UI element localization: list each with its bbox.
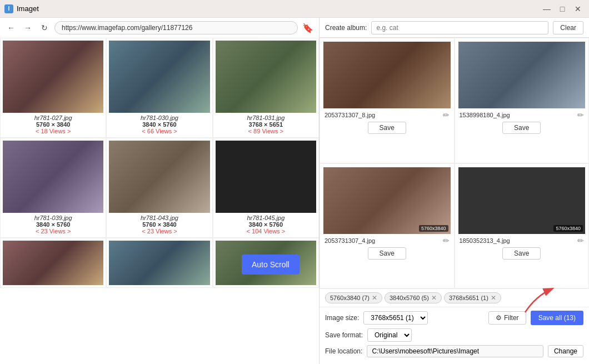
views[interactable]: < 104 Views > xyxy=(217,228,315,235)
image-info: hr781-043.jpg 5760 × 3840 < 23 Views > xyxy=(109,213,209,235)
close-button[interactable]: ✕ xyxy=(571,3,585,14)
maximize-button[interactable]: □ xyxy=(556,3,569,14)
thumbnail[interactable] xyxy=(109,141,209,213)
thumbnail[interactable] xyxy=(109,41,209,113)
thumbnail[interactable] xyxy=(109,241,209,285)
edit-icon[interactable]: ✏ xyxy=(577,236,584,245)
app-icon: I xyxy=(4,4,13,13)
right-filename: 2053731307_4.jpg xyxy=(325,237,375,244)
list-item: hr781-031.jpg 3768 × 5651 < 89 Views > xyxy=(213,38,319,138)
views[interactable]: < 23 Views > xyxy=(4,228,102,235)
dimensions: 3768 × 5651 xyxy=(217,121,315,128)
thumbnail[interactable] xyxy=(3,241,103,285)
right-filename: 2053731307_8.jpg xyxy=(325,112,375,118)
back-button[interactable]: ← xyxy=(4,21,18,34)
list-item: 5760x3840 2053731307_4.jpg ✏ Save xyxy=(320,163,455,289)
album-name-input[interactable] xyxy=(371,21,548,34)
list-item: 2053731307_8.jpg ✏ Save xyxy=(320,38,455,163)
save-button[interactable]: Save xyxy=(368,247,406,260)
list-item: hr781-043.jpg 5760 × 3840 < 23 Views > xyxy=(106,138,212,238)
right-thumbnail[interactable] xyxy=(458,42,586,108)
right-panel: 2053731307_8.jpg ✏ Save 1538998180_4.jpg… xyxy=(320,38,589,364)
filter-button[interactable]: ⚙ Filter xyxy=(488,311,526,325)
dimensions: 3840 × 5760 xyxy=(217,221,315,228)
create-album-label: Create album: xyxy=(325,24,367,32)
right-thumbnail[interactable]: 5760x3840 xyxy=(323,167,451,234)
save-format-select[interactable]: OriginalJPGPNGWEBP xyxy=(367,328,412,342)
image-size-select[interactable]: 5760x3840 (7)3840x5760 (5)3768x5651 (1) xyxy=(363,311,428,325)
filename: hr781-031.jpg xyxy=(217,114,315,121)
list-item: hr781-045.jpg 3840 × 5760 < 104 Views > xyxy=(213,138,319,238)
filename: hr781-039.jpg xyxy=(4,215,102,221)
save-format-row: Save format: OriginalJPGPNGWEBP xyxy=(325,328,583,342)
image-info: hr781-031.jpg 3768 × 5651 < 89 Views > xyxy=(216,113,316,135)
views[interactable]: < 66 Views > xyxy=(110,128,208,134)
save-all-button[interactable]: Save all (13) xyxy=(531,311,583,325)
right-filename: 1850352313_4.jpg xyxy=(460,237,510,244)
edit-icon[interactable]: ✏ xyxy=(443,236,450,245)
list-item xyxy=(106,238,212,288)
list-item: hr781-027.jpg 5760 × 3840 < 18 Views > xyxy=(0,38,106,138)
tag-3840x5760: 3840x5760 (5) ✕ xyxy=(385,292,442,303)
refresh-button[interactable]: ↻ xyxy=(38,21,51,34)
clear-button[interactable]: Clear xyxy=(553,21,583,34)
dimensions: 5760 × 3840 xyxy=(4,121,102,128)
tag-label: 3840x5760 (5) xyxy=(390,295,429,301)
minimize-button[interactable]: — xyxy=(540,3,553,14)
views[interactable]: < 23 Views > xyxy=(110,228,208,235)
dimensions: 3840 × 5760 xyxy=(4,221,102,228)
tag-5760x3840: 5760x3840 (7) ✕ xyxy=(325,292,382,303)
app-title: Imaget xyxy=(17,4,39,13)
image-info: hr781-027.jpg 5760 × 3840 < 18 Views > xyxy=(3,113,103,135)
right-image-info: 2053731307_8.jpg ✏ xyxy=(323,108,451,121)
resolution-badge: 5760x3840 xyxy=(553,225,583,232)
image-info: hr781-030.jpg 3840 × 5760 < 66 Views > xyxy=(109,113,209,135)
thumbnail[interactable] xyxy=(3,141,103,213)
dimensions: 3840 × 5760 xyxy=(110,121,208,128)
filter-label: Filter xyxy=(504,314,519,322)
edit-icon[interactable]: ✏ xyxy=(443,111,450,119)
right-thumbnail[interactable]: 5760x3840 xyxy=(458,167,586,234)
dimensions: 5760 × 3840 xyxy=(110,221,208,228)
bottom-controls: Image size: 5760x3840 (7)3840x5760 (5)37… xyxy=(320,307,589,364)
save-button[interactable]: Save xyxy=(502,247,541,260)
title-bar: I Imaget — □ ✕ xyxy=(0,0,589,18)
tag-remove-icon[interactable]: ✕ xyxy=(372,294,377,302)
save-button[interactable]: Save xyxy=(502,122,541,134)
thumbnail[interactable] xyxy=(216,141,316,213)
file-location-label: File location: xyxy=(325,347,362,355)
tag-3768x5651: 3768x5651 (1) ✕ xyxy=(444,292,501,303)
tag-remove-icon[interactable]: ✕ xyxy=(491,294,496,302)
bookmark-icon[interactable]: 🔖 xyxy=(301,21,315,34)
filename: hr781-027.jpg xyxy=(4,114,102,121)
tag-label: 5760x3840 (7) xyxy=(330,295,370,301)
right-image-info: 1850352313_4.jpg ✏ xyxy=(458,234,586,246)
filename: hr781-043.jpg xyxy=(110,215,208,221)
list-item xyxy=(0,238,106,288)
right-image-info: 2053731307_4.jpg ✏ xyxy=(323,234,451,246)
address-bar: ← → ↻ 🔖 xyxy=(0,18,320,38)
create-album-bar: Create album: Clear xyxy=(320,18,589,37)
tag-label: 3768x5651 (1) xyxy=(449,295,488,301)
forward-button[interactable]: → xyxy=(21,21,34,34)
save-button[interactable]: Save xyxy=(368,122,406,134)
list-item: hr781-030.jpg 3840 × 5760 < 66 Views > xyxy=(106,38,212,138)
thumbnail[interactable] xyxy=(3,41,103,113)
image-grid: hr781-027.jpg 5760 × 3840 < 18 Views > h… xyxy=(0,38,319,288)
right-image-info: 1538998180_4.jpg ✏ xyxy=(458,108,586,121)
url-input[interactable] xyxy=(54,21,298,34)
auto-scroll-button[interactable]: Auto Scroll xyxy=(242,255,300,275)
tag-remove-icon[interactable]: ✕ xyxy=(431,294,437,302)
edit-icon[interactable]: ✏ xyxy=(577,111,584,119)
file-location-input[interactable] xyxy=(367,345,543,357)
change-button[interactable]: Change xyxy=(548,345,583,357)
image-size-label: Image size: xyxy=(325,314,359,322)
list-item: 1538998180_4.jpg ✏ Save xyxy=(455,38,590,163)
thumbnail[interactable] xyxy=(216,41,316,113)
right-thumbnail[interactable] xyxy=(323,42,451,108)
list-item: 5760x3840 1850352313_4.jpg ✏ Save xyxy=(455,163,590,289)
views[interactable]: < 18 Views > xyxy=(4,128,102,134)
views[interactable]: < 89 Views > xyxy=(217,128,315,134)
resolution-badge: 5760x3840 xyxy=(419,225,448,232)
right-filename: 1538998180_4.jpg xyxy=(460,112,510,118)
